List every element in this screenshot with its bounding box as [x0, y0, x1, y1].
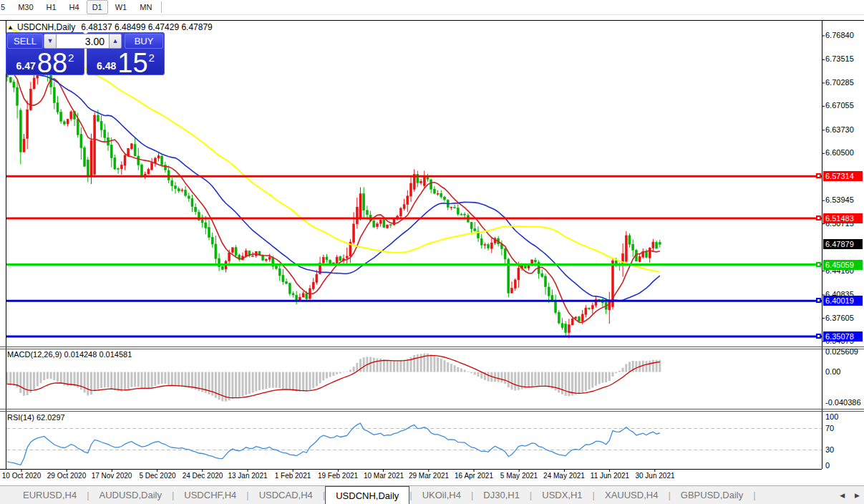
- macd-axis-label: 0.00: [825, 367, 840, 376]
- level-marker-icon[interactable]: [816, 262, 821, 267]
- chart-tab-eurusd[interactable]: EURUSD,H4: [13, 486, 87, 504]
- macd-axis-label: -0.040386: [825, 398, 861, 407]
- tab-scroll-left-icon[interactable]: ◀: [840, 492, 845, 499]
- chart-tab-usdcad[interactable]: USDCAD,H4: [249, 486, 323, 504]
- date-axis-label: 5 May 2021: [500, 472, 538, 480]
- chart-title: ▲USDCNH,Daily6.48137 6.48499 6.47429 6.4…: [7, 22, 213, 32]
- date-axis-label: 24 May 2021: [543, 472, 585, 480]
- mt4-window: 5M30H1H4D1W1MN ▲USDCNH,Daily6.48137 6.48…: [0, 0, 864, 504]
- date-axis-label: 16 Apr 2021: [455, 472, 493, 480]
- chart-tabs: EURUSD,H4|AUDUSD,Daily|USDCHF,H4|USDCAD,…: [13, 486, 756, 504]
- date-axis-label: 24 Dec 2020: [183, 472, 223, 480]
- volume-decrease-icon[interactable]: ▼: [44, 34, 57, 49]
- ma-fast-line: [1, 65, 660, 322]
- rsi-axis-label: 70: [825, 424, 834, 432]
- macd-axis-label: 0.025609: [825, 347, 858, 356]
- sell-quote-prefix: 6.47: [16, 60, 36, 75]
- buy-quote[interactable]: 6.48 15 2: [87, 49, 165, 75]
- level-marker-icon[interactable]: [816, 298, 821, 303]
- chart-tab-audusd[interactable]: AUDUSD,Daily: [89, 486, 172, 504]
- chart-tab-usdx[interactable]: USDX,H1: [532, 486, 592, 504]
- sell-quote-pips: 88: [37, 51, 67, 75]
- date-axis-label: 29 Oct 2020: [47, 472, 86, 480]
- date-axis-label: 1 Feb 2021: [275, 472, 311, 480]
- price-axis-tick-label: 6.76840: [825, 31, 854, 39]
- chart-tab-bar: EURUSD,H4|AUDUSD,Daily|USDCHF,H4|USDCAD,…: [0, 485, 864, 504]
- current-price-flag: 6.47879: [823, 239, 863, 249]
- level-marker-icon[interactable]: [816, 215, 821, 220]
- price-axis-tick-label: 6.63730: [825, 125, 854, 134]
- date-axis-label: 29 Mar 2021: [409, 472, 449, 480]
- rsi-axis-label: 30: [825, 445, 834, 454]
- collapse-triangle-icon[interactable]: ▲: [7, 24, 14, 31]
- candles-layer: [6, 45, 661, 338]
- rsi-line: [7, 423, 660, 465]
- tab-scroll-arrows: ◀ ▶: [840, 486, 860, 504]
- price-level-flag: 6.51483: [823, 213, 863, 223]
- buy-quote-point: 2: [149, 52, 155, 64]
- level-marker-icon[interactable]: [816, 334, 821, 339]
- chart-tab-ukoil[interactable]: UKOil,H4: [412, 486, 471, 504]
- tab-scroll-right-icon[interactable]: ▶: [855, 492, 860, 499]
- price-level-flag: 6.35078: [823, 331, 863, 341]
- rsi-axis-label: 100: [825, 412, 838, 421]
- chart-tab-gbpusd[interactable]: GBPUSD,Daily: [671, 486, 753, 504]
- sell-quote[interactable]: 6.47 88 2: [6, 49, 84, 75]
- tab-separator: |: [753, 486, 755, 504]
- date-axis-label: 5 Dec 2020: [139, 472, 175, 480]
- price-level-flag: 6.57314: [823, 171, 863, 181]
- date-axis-label: 10 Oct 2020: [2, 472, 41, 480]
- sell-button[interactable]: SELL: [7, 34, 43, 49]
- price-axis-tick-label: 6.37605: [825, 314, 854, 322]
- price-axis-tick-label: 6.70285: [825, 78, 854, 87]
- buy-quote-prefix: 6.48: [97, 60, 116, 75]
- price-axis-tick-label: 6.67055: [825, 101, 854, 110]
- date-axis-label: 10 Mar 2021: [364, 472, 404, 480]
- date-axis-label: 19 Feb 2021: [318, 472, 358, 480]
- price-axis-tick-label: 6.53945: [825, 195, 854, 204]
- rsi-label: RSI(14) 62.0297: [7, 413, 65, 422]
- date-axis-label: 17 Nov 2020: [92, 472, 132, 480]
- chart-tab-dj30[interactable]: DJ30,H1: [473, 486, 530, 504]
- date-axis-label: 13 Jan 2021: [228, 472, 267, 480]
- price-axis-tick-label: 6.60500: [825, 148, 854, 157]
- rsi-axis-label: 0: [825, 461, 830, 470]
- volume-input[interactable]: [57, 34, 109, 49]
- chart-symbol-label: USDCNH,Daily: [17, 22, 75, 32]
- price-level-flag: 6.40019: [823, 296, 863, 306]
- buy-button[interactable]: BUY: [125, 34, 163, 49]
- sell-quote-point: 2: [68, 52, 74, 64]
- chart-tab-usdcnh[interactable]: USDCNH,Daily: [325, 486, 409, 504]
- date-axis-label: 30 Jun 2021: [635, 472, 674, 480]
- price-axis-tick-label: 6.73515: [825, 54, 854, 63]
- macd-layer: [7, 354, 660, 402]
- volume-increase-icon[interactable]: ▲: [109, 34, 122, 49]
- level-marker-icon[interactable]: [816, 173, 821, 178]
- buy-quote-pips: 15: [117, 51, 147, 75]
- chart-tab-xauusd[interactable]: XAUUSD,H4: [595, 486, 668, 504]
- date-axis-label: 11 Jun 2021: [591, 472, 629, 480]
- one-click-trading-panel: SELL BUY ▼ ▲ 6.47 88 2 6.48 15 2: [6, 32, 165, 75]
- price-level-flag: 6.45059: [823, 260, 863, 270]
- chart-tab-usdchf[interactable]: USDCHF,H4: [174, 486, 246, 504]
- chart-ohlc-values: 6.48137 6.48499 6.47429 6.47879: [81, 22, 213, 32]
- macd-label: MACD(12,26,9) 0.014248 0.014581: [7, 350, 132, 359]
